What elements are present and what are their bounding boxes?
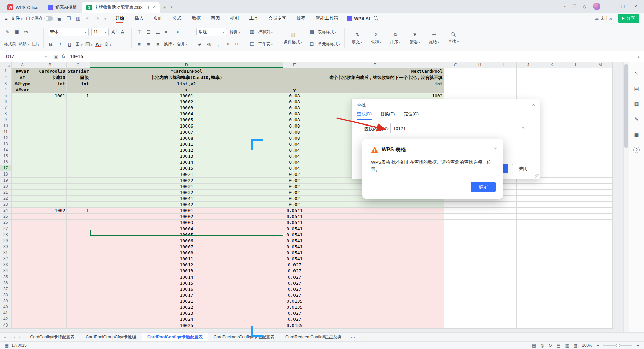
cell-E15[interactable]: 0.04: [283, 153, 306, 159]
new-tab-button[interactable]: +: [160, 4, 170, 11]
cell-F32[interactable]: [306, 256, 444, 262]
cell-B33[interactable]: [34, 262, 66, 268]
cell-B14[interactable]: [34, 147, 66, 153]
cell-B39[interactable]: [34, 298, 66, 304]
tab-wps-office[interactable]: W WPS Office: [3, 2, 43, 13]
cell-B11[interactable]: [34, 129, 66, 135]
cell-empty[interactable]: [588, 201, 612, 207]
cell-C40[interactable]: [66, 304, 90, 310]
cell-empty[interactable]: [492, 207, 516, 213]
cell-D18[interactable]: 10021: [90, 171, 283, 177]
find-button[interactable]: 查找: [445, 26, 462, 50]
cell-empty[interactable]: [540, 129, 564, 135]
row-header-9[interactable]: 9: [0, 117, 11, 123]
row-header-20[interactable]: 20: [0, 183, 11, 189]
cell-B5[interactable]: 1001: [34, 93, 66, 99]
alert-close-icon[interactable]: ×: [494, 145, 497, 151]
cell-D26[interactable]: 10003: [90, 219, 283, 226]
row-header-37[interactable]: 37: [0, 286, 11, 292]
cell-empty[interactable]: [540, 207, 564, 213]
column-header-B[interactable]: B: [34, 62, 66, 68]
cell-empty[interactable]: [588, 189, 612, 195]
cell-D41[interactable]: 10023: [90, 310, 283, 316]
save-icon[interactable]: ▣: [56, 16, 62, 21]
cell-B34[interactable]: [34, 268, 66, 274]
cell-D32[interactable]: 10011: [90, 256, 283, 262]
cell-empty[interactable]: [564, 177, 588, 183]
currency-icon[interactable]: ¥: [196, 41, 203, 47]
cell-empty[interactable]: [444, 68, 468, 74]
cell-empty[interactable]: [564, 195, 588, 201]
row-header-14[interactable]: 14: [0, 147, 11, 153]
export-pdf-icon[interactable]: ❐: [66, 16, 72, 21]
cell-C10[interactable]: [66, 123, 90, 129]
cell-A32[interactable]: [11, 256, 34, 262]
row-header-43[interactable]: 43: [0, 322, 11, 328]
sum-button[interactable]: Σ 求和: [368, 26, 384, 50]
alert-ok-button[interactable]: 确定: [471, 182, 496, 192]
cell-B8[interactable]: [34, 111, 66, 117]
user-avatar[interactable]: [593, 3, 600, 10]
cell-A35[interactable]: [11, 274, 34, 280]
cell-C2[interactable]: 星级: [66, 74, 90, 81]
chart-panel-icon[interactable]: ▦: [633, 100, 640, 108]
format-painter-icon[interactable]: ✎: [4, 29, 11, 35]
indent-increase-icon[interactable]: ⇥: [173, 29, 180, 35]
cell-empty[interactable]: [516, 298, 540, 304]
cell-empty[interactable]: [468, 207, 492, 213]
sheet-tab-cardredeemconfig[interactable]: CardRedeemConfig#星星兑换: [280, 333, 347, 341]
cell-E1[interactable]: [283, 68, 306, 74]
cell-B29[interactable]: [34, 238, 66, 244]
cell-E17[interactable]: 0.04: [283, 165, 306, 171]
cell-B16[interactable]: [34, 159, 66, 165]
cell-empty[interactable]: [492, 68, 516, 74]
decrease-decimal-icon[interactable]: .0: [224, 41, 231, 47]
row-header-33[interactable]: 33: [0, 262, 11, 268]
cell-C34[interactable]: [66, 268, 90, 274]
row-header-38[interactable]: 38: [0, 292, 11, 298]
cell-empty[interactable]: [468, 322, 492, 328]
indent-decrease-icon[interactable]: ⇤: [164, 29, 171, 35]
cell-empty[interactable]: [492, 232, 516, 238]
next-sheet-icon[interactable]: ›: [14, 335, 15, 339]
row-header-17[interactable]: 17: [0, 165, 11, 171]
sheet-tab-cardpoolconfig[interactable]: CardPoolConfig#卡池配置表: [142, 333, 208, 341]
cell-C37[interactable]: [66, 286, 90, 292]
cell-empty[interactable]: [588, 159, 612, 165]
cell-empty[interactable]: [492, 322, 516, 328]
cell-D13[interactable]: 10011: [90, 141, 283, 147]
cell-B21[interactable]: [34, 189, 66, 195]
column-header-M[interactable]: M: [588, 62, 612, 68]
cell-F39[interactable]: [306, 298, 444, 304]
goto-tab[interactable]: 定位(G): [404, 111, 419, 120]
conditional-format-button[interactable]: ▧ 条件格式: [281, 26, 305, 50]
cell-F26[interactable]: [306, 219, 444, 226]
cell-E22[interactable]: 0.02: [283, 195, 306, 201]
cell-empty[interactable]: [516, 322, 540, 328]
cell-empty[interactable]: [564, 123, 588, 129]
cell-empty[interactable]: [516, 274, 540, 280]
cell-C23[interactable]: [66, 201, 90, 207]
cell-empty[interactable]: [564, 129, 588, 135]
search-icon[interactable]: [373, 16, 379, 21]
cell-empty[interactable]: [588, 93, 612, 99]
decrease-font-icon[interactable]: A⁻: [121, 29, 127, 35]
cell-D29[interactable]: 10006: [90, 238, 283, 244]
cell-D5[interactable]: 10001: [90, 93, 283, 99]
column-header-G[interactable]: G: [444, 62, 468, 68]
cell-empty[interactable]: [492, 316, 516, 322]
cell-empty[interactable]: [588, 268, 612, 274]
cell-F24[interactable]: [306, 207, 444, 213]
cell-empty[interactable]: [588, 280, 612, 286]
cell-B35[interactable]: [34, 274, 66, 280]
cell-A3[interactable]: ##type: [11, 81, 34, 87]
cell-empty[interactable]: [516, 280, 540, 286]
cell-D21[interactable]: 10032: [90, 189, 283, 195]
fill-button[interactable]: ↴ 填充: [349, 26, 365, 50]
row-header-11[interactable]: 11: [0, 129, 11, 135]
tab-insert[interactable]: 插入: [134, 13, 144, 24]
cell-C19[interactable]: [66, 177, 90, 183]
borders-icon[interactable]: ⊞: [76, 41, 83, 47]
column-header-E[interactable]: E: [283, 62, 306, 68]
cell-B3[interactable]: int: [34, 81, 66, 87]
